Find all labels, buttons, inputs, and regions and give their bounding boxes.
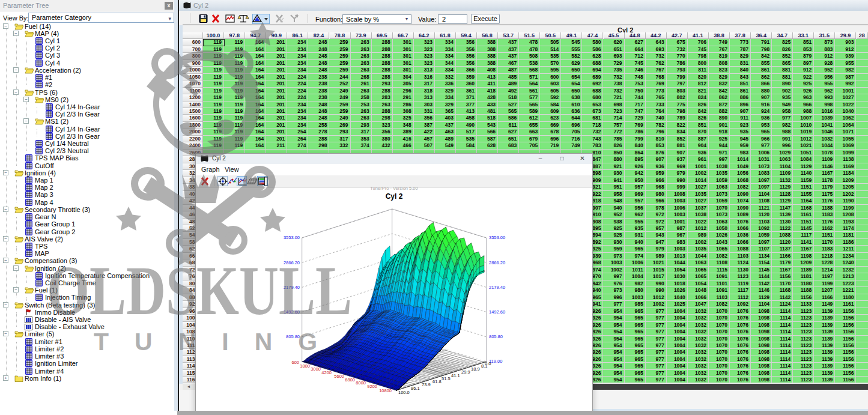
svg-text:3553.00: 3553.00 <box>489 235 505 240</box>
svg-text:29.9: 29.9 <box>461 369 470 375</box>
svg-text:1492.60: 1492.60 <box>284 309 300 315</box>
svg-text:100.0: 100.0 <box>398 390 410 395</box>
svg-text:8000: 8000 <box>356 380 366 386</box>
svg-text:2866.20: 2866.20 <box>284 260 300 265</box>
svg-text:18.9: 18.9 <box>471 366 480 372</box>
svg-text:86.1: 86.1 <box>411 386 420 391</box>
svg-text:10800: 10800 <box>379 388 392 393</box>
svg-text:3000: 3000 <box>311 366 321 372</box>
svg-text:61.8: 61.8 <box>432 379 442 384</box>
svg-text:1800: 1800 <box>300 363 310 369</box>
svg-text:3553.00: 3553.00 <box>284 235 300 240</box>
svg-text:51.5: 51.5 <box>442 376 451 381</box>
svg-text:805.80: 805.80 <box>489 334 503 339</box>
svg-text:6800: 6800 <box>345 377 355 383</box>
svg-text:2179.40: 2179.40 <box>284 285 300 290</box>
svg-text:4200: 4200 <box>321 370 332 375</box>
svg-text:2179.40: 2179.40 <box>489 285 505 290</box>
svg-text:600: 600 <box>291 360 299 365</box>
svg-text:41.1: 41.1 <box>451 373 460 378</box>
svg-text:2866.20: 2866.20 <box>489 260 505 265</box>
svg-text:9200: 9200 <box>367 384 377 389</box>
svg-text:5600: 5600 <box>334 374 344 379</box>
svg-text:805.80: 805.80 <box>286 334 300 339</box>
svg-text:1492.60: 1492.60 <box>489 309 505 315</box>
svg-text:73.9: 73.9 <box>422 382 431 387</box>
svg-text:8.1: 8.1 <box>481 363 487 369</box>
